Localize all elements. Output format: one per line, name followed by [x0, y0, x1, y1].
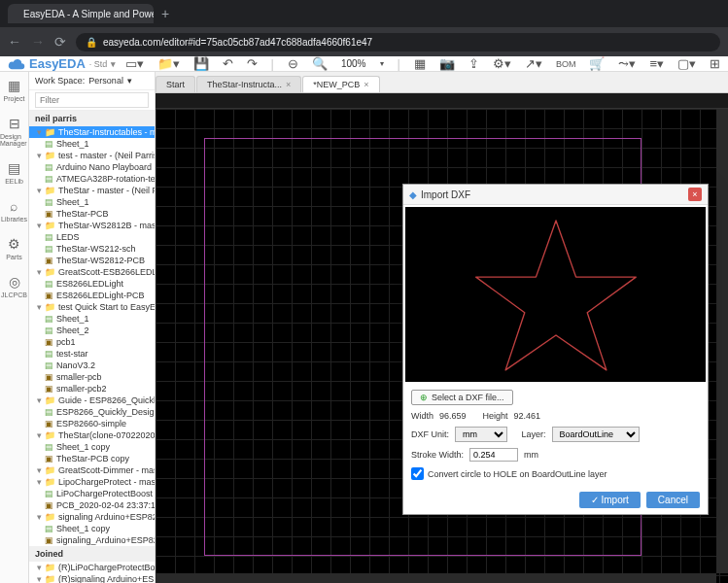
logo[interactable]: EasyEDA · Std ▾	[8, 56, 116, 71]
save-icon[interactable]: 💾	[193, 56, 209, 71]
scrollbar-horizontal[interactable]	[156, 573, 716, 583]
rail-libraries[interactable]: ⌕Libraries	[1, 198, 27, 223]
design manager-icon: ⊟	[7, 116, 22, 131]
jlcpcb-icon: ◎	[7, 274, 22, 290]
close-icon[interactable]: ×	[364, 80, 368, 89]
folder-icon[interactable]: 📁▾	[157, 56, 180, 71]
file-node[interactable]: ▤TheStar-WS212-sch	[29, 243, 155, 255]
file-node[interactable]: ▤Sheet_1 copy	[29, 441, 155, 453]
dxf-unit-select[interactable]: mm	[455, 427, 507, 442]
new-tab-button[interactable]: +	[161, 6, 169, 21]
rail-design-manager[interactable]: ⊟Design Manager	[0, 116, 28, 147]
workspace-selector[interactable]: Work Space: Personal ▾	[29, 72, 155, 90]
cancel-button[interactable]: Cancel	[646, 492, 700, 508]
star-shape	[464, 212, 648, 377]
file-node[interactable]: ▤LiPoChargeProtectBoost	[29, 488, 155, 499]
joined-section: Joined	[29, 546, 155, 562]
layers-icon[interactable]: ≡▾	[649, 56, 664, 71]
file-node[interactable]: ▣smaller-pcb2	[29, 383, 155, 394]
board-icon[interactable]: ▢▾	[677, 56, 696, 71]
share-icon[interactable]: ⇪	[468, 56, 479, 71]
url-field[interactable]: 🔒 easyeda.com/editor#id=75ac05cb87ad47c6…	[76, 33, 720, 51]
file-icon: ▤	[45, 314, 53, 324]
scrollbar-vertical[interactable]	[716, 109, 728, 573]
folder-node[interactable]: ▾📁Guide - ESP8266_Quickly Design...	[29, 394, 155, 406]
file-node[interactable]: ▤NanoV3.2	[29, 360, 155, 371]
file-node[interactable]: ▤ES8266LEDLight	[29, 278, 155, 290]
file-node[interactable]: ▤Sheet_2	[29, 325, 155, 336]
file-node[interactable]: ▤ATMEGA328P-rotation-test	[29, 173, 155, 185]
file-node[interactable]: ▣signaling_Arduino+ESP8266+SIM8...	[29, 534, 155, 546]
rail-project[interactable]: ▦Project	[4, 78, 25, 102]
file-node[interactable]: ▤test-star	[29, 348, 155, 360]
file-node[interactable]: ▣PCB_2020-02-04 23:37:14	[29, 499, 155, 511]
filter-input[interactable]	[35, 92, 149, 108]
file-node[interactable]: ▣pcb1	[29, 336, 155, 348]
folder-node[interactable]: ▾📁TheStar - master - (Neil Parris)	[29, 185, 155, 196]
file-node[interactable]: ▣TheStar-PCB copy	[29, 453, 155, 464]
rail-parts[interactable]: ⚙Parts	[6, 236, 21, 260]
zoom-out-icon[interactable]: ⊖	[288, 56, 298, 71]
file-node[interactable]: ▤Arduino Nano Playboard	[29, 161, 155, 173]
file-node[interactable]: ▣TheStar-PCB	[29, 208, 155, 220]
redo-icon[interactable]: ↷	[247, 56, 258, 71]
back-button[interactable]: ←	[8, 34, 21, 50]
bom-button[interactable]: BOM	[556, 59, 576, 69]
pcb-icon: ▣	[45, 454, 53, 463]
stroke-width-input[interactable]	[469, 448, 518, 462]
route-icon[interactable]: ⤳▾	[618, 56, 636, 71]
select-dxf-button[interactable]: ⊕ Select a DXF file...	[411, 390, 513, 405]
pcb-icon: ▣	[45, 256, 53, 265]
file-menu-icon[interactable]: ▭▾	[125, 56, 144, 71]
tool-icon[interactable]: ▦	[414, 56, 426, 71]
folder-icon: 📁	[45, 302, 55, 312]
file-node[interactable]: ▤Sheet_1	[29, 313, 155, 325]
dialog-close-button[interactable]: ×	[688, 188, 702, 201]
folder-node[interactable]: ▾📁signaling Arduino+ESP8266+SIM8...	[29, 511, 155, 523]
file-node[interactable]: ▤LEDS	[29, 231, 155, 243]
folder-node[interactable]: ▾📁test Quick Start to EasyEDA - mas...	[29, 301, 155, 313]
folder-node[interactable]: ▾📁GreatScott-Dimmer - master - (Neil...	[29, 464, 155, 476]
cart-icon[interactable]: 🛒	[589, 56, 605, 71]
doc-tab[interactable]: Start	[156, 76, 195, 92]
main-toolbar: ▭▾ 📁▾ 💾 ↶ ↷ | ⊖ 🔍 100% ▾ | ▦ 📷 ⇪ ⚙▾ ↗▾ B…	[125, 56, 720, 71]
forward-button[interactable]: →	[31, 34, 45, 50]
close-icon[interactable]: ×	[286, 80, 291, 89]
grid-icon[interactable]: ⊞	[710, 56, 720, 71]
settings-icon[interactable]: ⚙▾	[493, 56, 511, 71]
file-node[interactable]: ▣TheStar-WS2812-PCB	[29, 255, 155, 266]
export-icon[interactable]: ↗▾	[525, 56, 542, 71]
app-header: EasyEDA · Std ▾ ▭▾ 📁▾ 💾 ↶ ↷ | ⊖ 🔍 100% ▾…	[0, 56, 728, 72]
folder-node[interactable]: ▾📁test - master - (Neil Parris)	[29, 150, 155, 161]
file-node[interactable]: ▤Sheet_1	[29, 196, 155, 208]
folder-node[interactable]: ▾📁TheStar-Instructables - master - (N...	[29, 126, 155, 138]
folder-node[interactable]: ▾📁LipoChargeProtect - master - (Neil...	[29, 476, 155, 488]
doc-tab[interactable]: *NEW_PCB×	[302, 76, 379, 92]
file-node[interactable]: ▣smaller-pcb	[29, 371, 155, 383]
folder-node[interactable]: ▾📁TheStar(clone-07022020) - master...	[29, 429, 155, 441]
folder-node[interactable]: ▾📁(R)signaling Arduino+ESP8266+SI...	[29, 573, 155, 583]
rail-eelib[interactable]: ▤EELib	[5, 160, 23, 185]
undo-icon[interactable]: ↶	[223, 56, 233, 71]
browser-url-bar: ← → ⟳ 🔒 easyeda.com/editor#id=75ac05cb87…	[0, 27, 728, 56]
file-node[interactable]: ▤ESP8266_Quickly_Design	[29, 406, 155, 418]
rail-jlcpcb[interactable]: ◎JLCPCB	[1, 274, 27, 298]
file-node[interactable]: ▤Sheet_1 copy	[29, 523, 155, 534]
reload-button[interactable]: ⟳	[54, 34, 66, 50]
zoom-value[interactable]: 100%	[341, 58, 366, 69]
folder-node[interactable]: ▾📁(R)LiPoChargeProtectBoost copy - ...	[29, 562, 155, 573]
file-node[interactable]: ▣ESP82660-simple	[29, 418, 155, 429]
browser-tab[interactable]: EasyEDA - A Simple and Powerfu... ×	[8, 4, 154, 23]
import-button[interactable]: ✓ Import	[579, 492, 641, 508]
file-node[interactable]: ▣ES8266LEDLight-PCB	[29, 290, 155, 301]
layer-select[interactable]: BoardOutLine	[552, 427, 640, 442]
doc-tab[interactable]: TheStar-Instructa...×	[196, 76, 301, 92]
folder-node[interactable]: ▾📁TheStar-WS2812B - master - (N...	[29, 220, 155, 231]
project-tree[interactable]: ▾📁TheStar-Instructables - master - (N...…	[29, 126, 155, 583]
folder-node[interactable]: ▾📁GreatScott-ESB266LEDLight - mast...	[29, 266, 155, 278]
zoom-in-icon[interactable]: 🔍	[312, 56, 328, 71]
convert-circle-checkbox[interactable]: Convert circle to HOLE on BoardOutLine l…	[411, 467, 700, 480]
camera-icon[interactable]: 📷	[439, 56, 455, 71]
width-value: 96.659	[439, 411, 467, 421]
file-node[interactable]: ▤Sheet_1	[29, 138, 155, 150]
